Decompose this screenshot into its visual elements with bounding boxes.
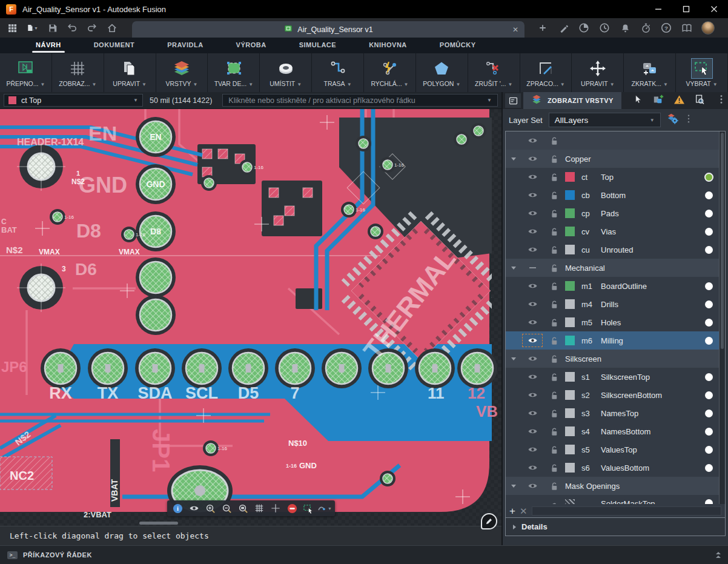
unlock-icon[interactable] <box>543 151 565 166</box>
active-layer-radio[interactable] <box>705 499 713 504</box>
visibility-eye-icon[interactable] <box>521 188 543 202</box>
unlock-icon[interactable] <box>543 188 565 202</box>
visibility-eye-icon[interactable] <box>521 388 543 402</box>
toolbar-button-ripup[interactable]: ZRUŠIT '...▼ <box>468 53 520 92</box>
active-layer-radio[interactable] <box>705 464 713 472</box>
maximize-button[interactable] <box>672 0 700 18</box>
visibility-eye-icon[interactable] <box>521 424 543 439</box>
pcb-board-drawing[interactable]: ENGNDD8 RXTXSDASCLD57 1-161-161-161-161-… <box>0 109 501 526</box>
design-manager-tab[interactable] <box>505 93 521 108</box>
panel-kebab-icon[interactable] <box>717 94 726 107</box>
layer-row-s1[interactable]: s1SilkscreenTop <box>506 368 719 386</box>
history-icon[interactable] <box>598 22 611 34</box>
layer-row-m1[interactable]: m1BoardOutline <box>506 277 719 295</box>
unlock-icon[interactable] <box>543 315 565 330</box>
app-grid-icon[interactable] <box>6 22 18 34</box>
origin-icon[interactable] <box>268 502 283 515</box>
visibility-eye-icon[interactable] <box>521 206 543 221</box>
layer-color-swatch[interactable] <box>565 190 575 200</box>
layer-row-s6[interactable]: s6ValuesBottom <box>506 459 719 477</box>
layer-row-soldermasktop[interactable]: SolderMaskTop <box>506 495 719 504</box>
layer-row-m4[interactable]: m4Drills <box>506 295 719 313</box>
zoom-fit-icon[interactable] <box>236 502 250 515</box>
visibility-eye-icon[interactable] <box>521 351 543 366</box>
expand-panel-icon[interactable] <box>716 552 721 558</box>
toolbar-button-shortcuts[interactable]: ZKRATK...▼ <box>624 53 676 92</box>
layer-color-swatch[interactable] <box>565 445 575 454</box>
unlock-icon[interactable] <box>543 351 565 366</box>
zoom-out-icon[interactable] <box>219 502 234 515</box>
unlock-icon[interactable] <box>543 370 565 384</box>
unlock-icon[interactable] <box>543 499 565 504</box>
visibility-eye-icon[interactable] <box>521 479 543 493</box>
visibility-eye-icon[interactable] <box>521 170 543 184</box>
visibility-eye-icon[interactable] <box>521 297 543 311</box>
undo-icon[interactable] <box>66 22 78 34</box>
toolbar-button-copy-pages[interactable]: UPRAVIT▼ <box>104 53 156 92</box>
visibility-eye-icon[interactable] <box>521 279 543 293</box>
add-layer-button[interactable]: + <box>509 506 515 516</box>
active-layer-radio[interactable] <box>705 300 713 308</box>
layer-color-swatch[interactable] <box>565 245 575 254</box>
active-layer-radio[interactable] <box>705 410 713 417</box>
in-place-edit-badge[interactable] <box>481 513 497 529</box>
layer-row-m6[interactable]: m6Milling <box>506 331 719 350</box>
cursor-icon[interactable] <box>633 94 643 107</box>
unlock-icon[interactable] <box>543 424 565 439</box>
layer-color-swatch[interactable] <box>565 499 575 504</box>
layer-group-copper[interactable]: Copper <box>506 150 719 168</box>
layer-row-m5[interactable]: m5Holes <box>506 313 719 331</box>
visibility-eye-icon[interactable] <box>521 460 543 475</box>
toolbar-button-toggle-board[interactable]: PŘEPNO...▼ <box>0 53 52 92</box>
timer-icon[interactable] <box>640 22 652 34</box>
ribbon-tab-pom-cky[interactable]: POMŮCKY <box>423 38 492 53</box>
details-section[interactable]: Details <box>506 517 725 536</box>
add-tab-icon[interactable] <box>537 22 549 34</box>
collapse-icon[interactable] <box>511 485 516 488</box>
ribbon-tab-dokument[interactable]: DOKUMENT <box>78 38 151 53</box>
layer-color-swatch[interactable] <box>565 227 575 236</box>
toolbar-button-quick-route[interactable]: RYCHLÁ...▼ <box>364 53 416 92</box>
unlock-icon[interactable] <box>543 206 565 221</box>
command-line-bar[interactable]: >_ PŘÍKAZOVÝ ŘÁDEK <box>0 545 728 564</box>
layer-row-s4[interactable]: s4NamesBottom <box>506 422 719 440</box>
layer-color-swatch[interactable] <box>565 299 575 309</box>
zoom-in-icon[interactable] <box>203 502 217 515</box>
layers-scrollbar[interactable] <box>719 131 725 504</box>
layer-color-swatch[interactable] <box>565 408 575 418</box>
active-layer-dropdown[interactable]: ct Top ▼ <box>4 94 143 107</box>
active-layer-radio[interactable] <box>705 319 713 327</box>
layer-set-kebab-icon[interactable] <box>685 114 692 126</box>
close-button[interactable] <box>700 0 728 18</box>
collapse-icon[interactable] <box>511 267 516 270</box>
visibility-eye-icon[interactable] <box>521 442 543 457</box>
unlock-icon[interactable] <box>543 297 565 311</box>
active-layer-radio[interactable] <box>705 246 713 254</box>
extensions-icon[interactable] <box>557 22 569 34</box>
info-icon[interactable]: i <box>170 502 185 515</box>
active-layer-radio[interactable] <box>704 173 713 182</box>
warning-icon[interactable] <box>673 95 685 107</box>
collapse-icon[interactable] <box>511 357 516 360</box>
layer-set-dropdown[interactable]: AllLayers ▼ <box>549 113 661 127</box>
layer-row-s2[interactable]: s2SilkscreenBottom <box>506 386 719 404</box>
visibility-eye-icon[interactable] <box>521 499 543 504</box>
layer-group-mask-openings[interactable]: Mask Openings <box>506 477 719 495</box>
halt-icon[interactable] <box>285 502 299 515</box>
toolbar-button-grid-view[interactable]: ZOBRAZ...▼ <box>52 53 104 92</box>
active-layer-radio[interactable] <box>705 191 713 199</box>
route-sel-icon[interactable]: ▼ <box>317 502 332 515</box>
visibility-eye-icon[interactable] <box>521 133 543 148</box>
visibility-eye-icon[interactable] <box>521 151 543 166</box>
layer-row-s3[interactable]: s3NamesTop <box>506 404 719 422</box>
file-new-icon[interactable]: ▼ <box>26 22 38 34</box>
layer-color-swatch[interactable] <box>565 463 575 473</box>
layer-row-s5[interactable]: s5ValuesTop <box>506 440 719 459</box>
active-layer-radio[interactable] <box>705 373 713 381</box>
layer-row-ct[interactable]: ctTop <box>506 168 719 186</box>
ribbon-tab-n-vrh[interactable]: NÁVRH <box>19 38 78 53</box>
toolbar-button-route[interactable]: TRASA▼ <box>312 53 364 92</box>
layer-color-swatch[interactable] <box>565 372 575 382</box>
active-layer-radio[interactable] <box>705 428 713 436</box>
toolbar-button-polygon[interactable]: POLYGON▼ <box>416 53 468 92</box>
